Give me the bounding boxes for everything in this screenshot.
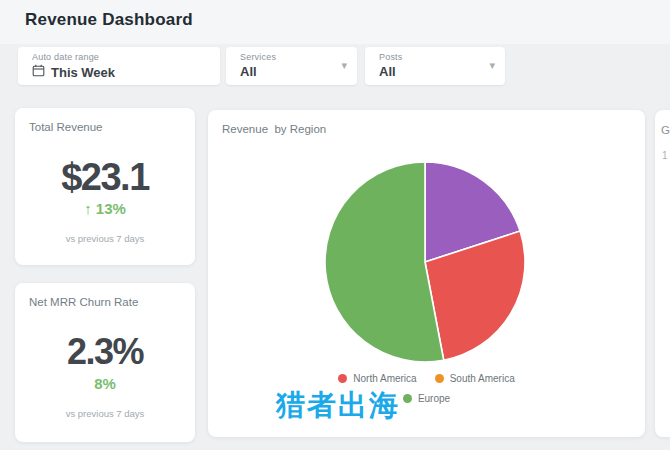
net-mrr-churn-card: Net MRR Churn Rate 2.3% 8% vs previous 7… — [15, 283, 195, 442]
churn-rate-delta: 8% — [15, 375, 195, 392]
filter-label: Posts — [379, 52, 403, 62]
total-revenue-delta: ↑ 13% — [15, 200, 195, 217]
card-title: Net MRR Churn Rate — [29, 296, 138, 308]
filter-label: Auto date range — [32, 52, 99, 62]
legend-item-north-america[interactable]: North America — [338, 373, 416, 384]
pie-chart — [208, 110, 645, 370]
legend-label: North America — [353, 373, 416, 384]
filter-label: Services — [240, 52, 276, 62]
watermark-text: 猎者出海 — [276, 386, 400, 426]
total-revenue-value: $23.1 — [15, 156, 195, 199]
services-filter[interactable]: Services All ▾ — [226, 47, 357, 85]
legend-dot — [403, 394, 412, 403]
legend-item-south-america[interactable]: South America — [435, 373, 515, 384]
posts-filter[interactable]: Posts All ▾ — [365, 47, 505, 85]
legend-dot — [435, 374, 444, 383]
total-revenue-card: Total Revenue $23.1 ↑ 13% vs previous 7 … — [15, 108, 195, 265]
revenue-by-region-card: Revenue by Region North AmericaSouth Ame… — [208, 110, 645, 437]
legend-item-europe[interactable]: Europe — [403, 393, 450, 404]
calendar-icon — [32, 64, 45, 80]
chevron-down-icon: ▾ — [341, 60, 347, 71]
churn-rate-value: 2.3% — [15, 331, 195, 373]
card-title: Total Revenue — [29, 121, 103, 133]
legend-label: Europe — [418, 393, 450, 404]
chevron-down-icon: ▾ — [489, 60, 495, 71]
date-range-filter[interactable]: Auto date range This Week — [18, 47, 220, 85]
comparison-note: vs previous 7 days — [15, 233, 195, 244]
clipped-right-card: G 1 — [655, 110, 670, 437]
legend-dot — [338, 374, 347, 383]
card-subtext: 1 — [662, 150, 668, 161]
legend-label: South America — [450, 373, 515, 384]
card-title: G — [661, 124, 670, 136]
posts-value: All — [379, 64, 396, 79]
date-range-value: This Week — [51, 65, 115, 80]
page-title: Revenue Dashboard — [25, 10, 193, 30]
comparison-note: vs previous 7 days — [15, 408, 195, 419]
services-value: All — [240, 64, 257, 79]
revenue-dashboard-page: Revenue Dashboard Auto date range This W… — [0, 0, 670, 450]
